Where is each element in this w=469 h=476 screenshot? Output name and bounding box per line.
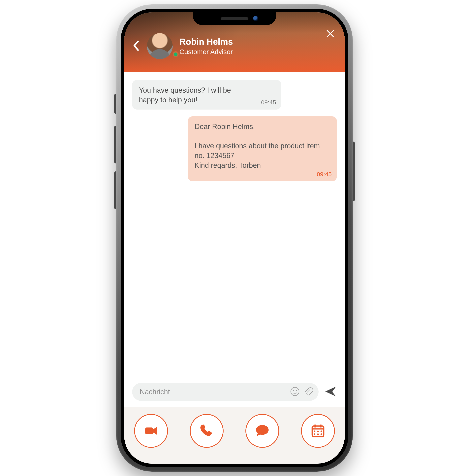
- message-outgoing: Dear Robin Helms, I have questions about…: [188, 116, 337, 181]
- send-button[interactable]: [324, 385, 337, 398]
- message-incoming: You have questions? I will be happy to h…: [132, 80, 281, 110]
- phone-icon: [199, 423, 214, 439]
- chat-icon: [255, 423, 270, 439]
- toolbar-call-button[interactable]: [190, 414, 224, 448]
- message-composer: [124, 379, 345, 407]
- advisor-role: Customer Advisor: [179, 48, 319, 56]
- svg-rect-5: [145, 427, 153, 434]
- attach-button[interactable]: [304, 387, 313, 397]
- conversation-area: You have questions? I will be happy to h…: [124, 72, 345, 379]
- paperclip-icon: [304, 387, 313, 396]
- toolbar-calendar-button[interactable]: [301, 414, 335, 448]
- close-button[interactable]: [326, 29, 335, 39]
- svg-point-4: [296, 390, 297, 391]
- send-icon: [324, 385, 337, 398]
- emoji-button[interactable]: [290, 387, 300, 397]
- phone-frame: Robin Helms Customer Advisor You have qu…: [116, 4, 353, 472]
- message-field[interactable]: [132, 383, 319, 401]
- action-toolbar: [124, 407, 345, 464]
- presence-indicator: [173, 51, 179, 57]
- toolbar-video-button[interactable]: [134, 414, 168, 448]
- advisor-name: Robin Helms: [179, 37, 319, 47]
- message-time: 09:45: [261, 98, 276, 107]
- video-icon: [143, 423, 159, 439]
- message-text: Dear Robin Helms, I have questions about…: [194, 122, 330, 170]
- close-icon: [326, 29, 335, 38]
- calendar-icon: [310, 423, 326, 439]
- toolbar-chat-button[interactable]: [245, 414, 279, 448]
- smile-icon: [290, 387, 300, 396]
- message-text: You have questions? I will be happy to h…: [139, 85, 275, 105]
- message-time: 09:45: [317, 170, 332, 178]
- advisor-avatar[interactable]: [147, 33, 173, 59]
- phone-notch: [193, 12, 276, 25]
- svg-point-2: [291, 387, 299, 396]
- message-input[interactable]: [140, 388, 286, 396]
- chevron-left-icon: [132, 40, 140, 51]
- svg-point-3: [293, 390, 294, 391]
- back-button[interactable]: [132, 40, 140, 52]
